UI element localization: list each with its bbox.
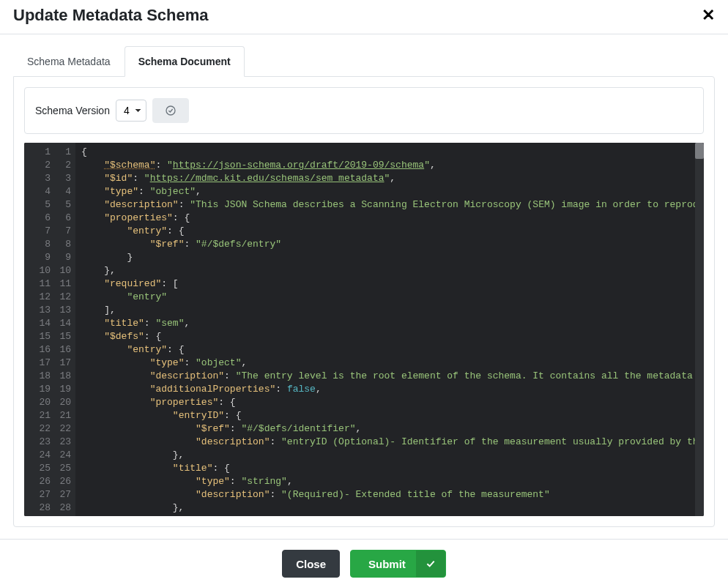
tab-schema-document[interactable]: Schema Document	[125, 46, 245, 77]
close-button[interactable]: Close	[282, 550, 340, 578]
modal-body: Schema Metadata Schema Document Schema V…	[0, 34, 728, 539]
close-icon[interactable]: ✕	[702, 7, 715, 23]
tab-pane-document: Schema Version 4 11223344556677889910101…	[13, 76, 715, 527]
modal-header: Update Metadata Schema ✕	[0, 0, 728, 34]
version-select[interactable]: 4	[116, 100, 146, 122]
toolbar: Schema Version 4	[24, 87, 704, 134]
tabs: Schema Metadata Schema Document	[13, 46, 715, 76]
apply-version-button[interactable]	[152, 98, 189, 123]
submit-button-label: Submit	[364, 551, 410, 577]
tab-schema-metadata[interactable]: Schema Metadata	[13, 46, 125, 77]
scrollbar-track[interactable]	[695, 143, 704, 516]
svg-point-0	[166, 106, 175, 115]
editor-gutter: 1122334455667788991010111112121313141415…	[24, 143, 75, 516]
version-label: Schema Version	[35, 105, 110, 116]
scrollbar-thumb[interactable]	[695, 143, 704, 159]
close-button-label: Close	[296, 558, 326, 570]
submit-button[interactable]: Submit	[350, 550, 446, 578]
code-editor[interactable]: 1122334455667788991010111112121313141415…	[24, 143, 704, 516]
modal-footer: Close Submit	[0, 539, 728, 582]
check-circle-icon	[165, 105, 177, 116]
submit-check-icon	[416, 551, 445, 577]
modal-title: Update Metadata Schema	[13, 6, 209, 25]
editor-code[interactable]: { "$schema": "https://json-schema.org/dr…	[75, 143, 704, 516]
modal-update-metadata-schema: Update Metadata Schema ✕ Schema Metadata…	[0, 0, 728, 582]
